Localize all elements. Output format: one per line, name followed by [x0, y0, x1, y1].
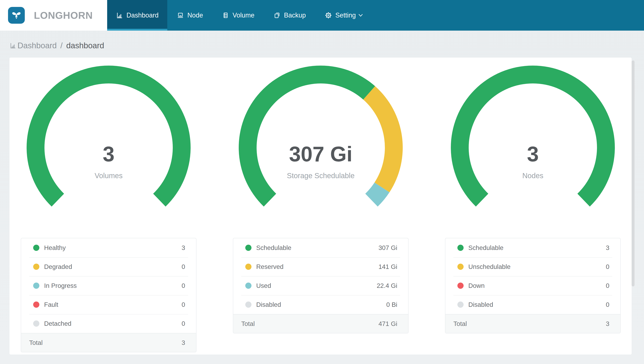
legend-value: 0	[606, 282, 610, 289]
nav-item-volume[interactable]: Volume	[212, 0, 264, 30]
legend-row-in-progress: In Progress0	[21, 276, 196, 295]
storage-schedulable-value: 307 Gi	[248, 144, 394, 165]
legend-row-degraded: Degraded0	[21, 257, 196, 276]
total-label: Total	[454, 320, 606, 328]
legend-row-down: Down0	[445, 276, 620, 295]
legend-label: Used	[256, 282, 377, 289]
total-value: 471 Gi	[378, 320, 397, 328]
breadcrumb: Dashboard / dashboard	[10, 38, 104, 53]
legend-row-reserved: Reserved141 Gi	[233, 257, 408, 276]
nav-label: Setting	[335, 12, 356, 19]
nav-label: Backup	[284, 12, 306, 19]
legend-value: 0	[182, 263, 185, 270]
nodes-count: 3	[460, 144, 606, 165]
legend-row-fault: Fault0	[21, 295, 196, 314]
status-dot	[458, 302, 464, 308]
status-dot	[458, 245, 464, 251]
nodes-legend-rows: Schedulable3Unschedulable0Down0Disabled0	[445, 238, 620, 314]
nav-label: Dashboard	[126, 12, 158, 19]
legend-row-unschedulable: Unschedulable0	[445, 257, 620, 276]
legend-label: In Progress	[44, 282, 182, 289]
total-label: Total	[241, 320, 378, 328]
breadcrumb-separator: /	[60, 41, 62, 50]
legend-row-healthy: Healthy3	[21, 238, 196, 257]
legend-row-schedulable: Schedulable3	[445, 238, 620, 257]
status-dot	[245, 245, 252, 251]
storage-total-row: Total 471 Gi	[233, 314, 408, 333]
gauge-segment-healthy	[26, 66, 190, 206]
volumes-count: 3	[36, 144, 182, 165]
status-dot	[458, 264, 464, 270]
status-dot	[245, 264, 252, 270]
page-scrollbar-thumb[interactable]	[632, 60, 634, 286]
legend-value: 0	[606, 301, 610, 308]
legend-value: 141 Gi	[378, 263, 397, 270]
volumes-legend-table: Healthy3Degraded0In Progress0Fault0Detac…	[21, 238, 196, 352]
legend-row-disabled: Disabled0 Bi	[233, 295, 408, 314]
legend-row-detached: Detached0	[21, 314, 196, 333]
bull-icon	[10, 9, 22, 22]
main-nav: Dashboard Node Volume	[107, 0, 372, 30]
nav-label: Node	[187, 12, 203, 19]
status-dot	[33, 282, 39, 289]
nodes-legend-table: Schedulable3Unschedulable0Down0Disabled0…	[445, 238, 621, 334]
brand-name: LONGHORN	[34, 10, 93, 21]
backup-icon	[273, 12, 281, 19]
longhorn-logo-icon	[8, 7, 25, 24]
volumes-total-row: Total 3	[21, 333, 196, 352]
breadcrumb-current: dashboard	[66, 41, 104, 50]
legend-value: 0	[182, 320, 185, 327]
status-dot	[458, 282, 464, 289]
legend-row-schedulable: Schedulable307 Gi	[233, 238, 408, 257]
nodes-label: Nodes	[460, 171, 606, 180]
dashboard-icon	[116, 12, 123, 19]
storage-legend-table: Schedulable307 GiReserved141 GiUsed22.4 …	[233, 238, 408, 334]
legend-row-disabled: Disabled0	[445, 295, 620, 314]
legend-label: Disabled	[468, 301, 606, 308]
breadcrumb-root-label: Dashboard	[18, 41, 57, 50]
breadcrumb-root-link[interactable]: Dashboard	[10, 41, 57, 50]
legend-value: 0	[606, 263, 610, 270]
volume-icon	[222, 12, 229, 19]
legend-label: Fault	[44, 301, 182, 308]
legend-label: Detached	[44, 320, 182, 327]
nav-label: Volume	[232, 12, 254, 19]
legend-label: Schedulable	[256, 244, 378, 252]
gear-icon	[325, 12, 332, 19]
dashboard-card: 3 Volumes 307 Gi Storage Schedulable 3 N…	[10, 58, 632, 354]
status-dot	[245, 302, 252, 308]
top-navbar: LONGHORN Dashboard Node	[0, 0, 644, 30]
volumes-label: Volumes	[36, 171, 182, 180]
nav-item-node[interactable]: Node	[167, 0, 212, 30]
nav-item-setting[interactable]: Setting	[315, 0, 372, 30]
status-dot	[245, 282, 252, 289]
logo-block[interactable]: LONGHORN	[0, 0, 107, 30]
storage-schedulable-label: Storage Schedulable	[248, 171, 394, 180]
status-dot	[33, 245, 39, 251]
status-dot	[33, 302, 39, 308]
chevron-down-icon	[358, 14, 363, 17]
legend-label: Unschedulable	[468, 263, 606, 270]
total-value: 3	[182, 339, 185, 346]
legend-row-used: Used22.4 Gi	[233, 276, 408, 295]
gauge-segment-schedulable	[239, 66, 375, 206]
legend-value: 22.4 Gi	[377, 282, 397, 289]
status-dot	[33, 320, 39, 327]
storage-gauge-center: 307 Gi Storage Schedulable	[248, 144, 394, 180]
nav-item-backup[interactable]: Backup	[264, 0, 315, 30]
dashboard-breadcrumb-icon	[10, 42, 16, 49]
legend-label: Schedulable	[468, 244, 606, 252]
status-dot	[33, 264, 39, 270]
legend-value: 307 Gi	[378, 244, 397, 252]
legend-value: 3	[606, 244, 610, 252]
legend-label: Down	[468, 282, 606, 289]
gauge-segment-schedulable	[451, 66, 615, 206]
volumes-legend-rows: Healthy3Degraded0In Progress0Fault0Detac…	[21, 238, 196, 333]
nav-item-dashboard[interactable]: Dashboard	[107, 0, 167, 30]
legend-value: 0	[182, 282, 185, 289]
legend-label: Reserved	[256, 263, 378, 270]
legend-label: Healthy	[44, 244, 182, 252]
volumes-gauge-center: 3 Volumes	[36, 144, 182, 180]
nodes-total-row: Total 3	[445, 314, 620, 333]
nodes-gauge-center: 3 Nodes	[460, 144, 606, 180]
